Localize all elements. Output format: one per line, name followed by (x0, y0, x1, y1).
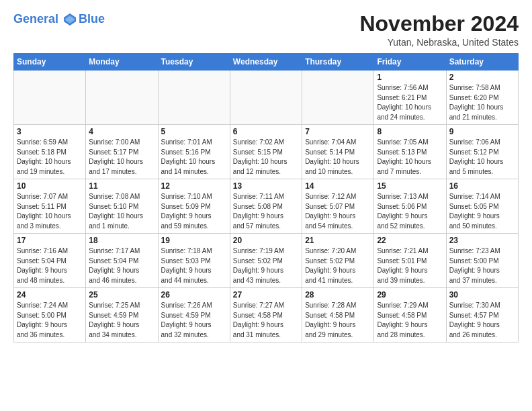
day-info: Sunrise: 7:20 AMSunset: 5:02 PMDaylight:… (305, 246, 371, 285)
day-number: 1 (377, 73, 443, 82)
calendar-cell-w2-d6: 16Sunrise: 7:14 AMSunset: 5:05 PMDayligh… (446, 179, 518, 234)
week-row-4: 24Sunrise: 7:24 AMSunset: 5:00 PMDayligh… (14, 288, 519, 342)
logo-blue: Blue (79, 13, 105, 26)
day-number: 17 (17, 236, 83, 245)
calendar-cell-w4-d2: 26Sunrise: 7:26 AMSunset: 4:59 PMDayligh… (158, 288, 230, 342)
calendar-cell-w3-d2: 19Sunrise: 7:18 AMSunset: 5:03 PMDayligh… (158, 234, 230, 288)
day-number: 26 (161, 290, 227, 300)
day-info: Sunrise: 7:56 AMSunset: 6:21 PMDaylight:… (377, 83, 443, 122)
calendar-cell-w0-d1 (86, 71, 158, 125)
calendar-cell-w1-d5: 8Sunrise: 7:05 AMSunset: 5:13 PMDaylight… (374, 125, 446, 179)
col-wednesday: Wednesday (230, 54, 302, 71)
col-saturday: Saturday (446, 54, 518, 71)
calendar-cell-w2-d1: 11Sunrise: 7:08 AMSunset: 5:10 PMDayligh… (86, 179, 158, 234)
col-sunday: Sunday (14, 54, 86, 71)
calendar-cell-w3-d6: 23Sunrise: 7:23 AMSunset: 5:00 PMDayligh… (446, 234, 518, 288)
logo-text: General (13, 12, 77, 27)
day-number: 27 (233, 290, 299, 300)
day-number: 13 (233, 181, 299, 191)
calendar-cell-w0-d5: 1Sunrise: 7:56 AMSunset: 6:21 PMDaylight… (374, 71, 446, 125)
day-info: Sunrise: 7:21 AMSunset: 5:01 PMDaylight:… (377, 246, 443, 285)
calendar-cell-w4-d6: 30Sunrise: 7:30 AMSunset: 4:57 PMDayligh… (446, 288, 518, 342)
day-info: Sunrise: 7:30 AMSunset: 4:57 PMDaylight:… (449, 301, 515, 340)
day-info: Sunrise: 7:06 AMSunset: 5:12 PMDaylight:… (449, 138, 515, 177)
calendar-cell-w0-d2 (158, 71, 230, 125)
calendar-cell-w1-d3: 6Sunrise: 7:02 AMSunset: 5:15 PMDaylight… (230, 125, 302, 179)
day-number: 25 (89, 290, 154, 300)
calendar-cell-w1-d2: 5Sunrise: 7:01 AMSunset: 5:16 PMDaylight… (158, 125, 230, 179)
day-number: 30 (449, 290, 515, 300)
day-info: Sunrise: 7:05 AMSunset: 5:13 PMDaylight:… (377, 138, 443, 177)
day-info: Sunrise: 7:04 AMSunset: 5:14 PMDaylight:… (305, 138, 371, 177)
day-info: Sunrise: 7:14 AMSunset: 5:05 PMDaylight:… (449, 192, 515, 231)
day-number: 21 (305, 236, 371, 245)
day-number: 19 (161, 236, 227, 245)
day-number: 5 (161, 127, 227, 136)
day-number: 7 (305, 127, 371, 136)
day-info: Sunrise: 7:24 AMSunset: 5:00 PMDaylight:… (17, 301, 83, 340)
col-monday: Monday (86, 54, 158, 71)
day-info: Sunrise: 7:28 AMSunset: 4:58 PMDaylight:… (305, 301, 371, 340)
calendar-cell-w1-d6: 9Sunrise: 7:06 AMSunset: 5:12 PMDaylight… (446, 125, 518, 179)
day-number: 2 (449, 73, 515, 82)
day-number: 9 (449, 127, 515, 136)
col-thursday: Thursday (302, 54, 374, 71)
day-number: 24 (17, 290, 83, 300)
calendar-cell-w4-d1: 25Sunrise: 7:25 AMSunset: 4:59 PMDayligh… (86, 288, 158, 342)
day-info: Sunrise: 6:59 AMSunset: 5:18 PMDaylight:… (17, 138, 83, 177)
day-number: 16 (449, 181, 515, 191)
col-tuesday: Tuesday (158, 54, 230, 71)
title-block: November 2024 Yutan, Nebraska, United St… (359, 12, 519, 48)
day-info: Sunrise: 7:11 AMSunset: 5:08 PMDaylight:… (233, 192, 299, 231)
day-number: 10 (17, 181, 83, 191)
calendar-cell-w3-d5: 22Sunrise: 7:21 AMSunset: 5:01 PMDayligh… (374, 234, 446, 288)
day-number: 15 (377, 181, 443, 191)
calendar-cell-w3-d4: 21Sunrise: 7:20 AMSunset: 5:02 PMDayligh… (302, 234, 374, 288)
page: General Blue November 2024 Yutan, Nebras… (0, 0, 532, 349)
day-info: Sunrise: 7:23 AMSunset: 5:00 PMDaylight:… (449, 246, 515, 285)
calendar-cell-w0-d6: 2Sunrise: 7:58 AMSunset: 6:20 PMDaylight… (446, 71, 518, 125)
logo-general: General (13, 12, 58, 26)
day-number: 6 (233, 127, 299, 136)
day-number: 12 (161, 181, 227, 191)
day-number: 8 (377, 127, 443, 136)
calendar-cell-w1-d1: 4Sunrise: 7:00 AMSunset: 5:17 PMDaylight… (86, 125, 158, 179)
day-info: Sunrise: 7:00 AMSunset: 5:17 PMDaylight:… (89, 138, 154, 177)
day-info: Sunrise: 7:13 AMSunset: 5:06 PMDaylight:… (377, 192, 443, 231)
day-number: 29 (377, 290, 443, 300)
day-number: 3 (17, 127, 83, 136)
calendar-cell-w4-d0: 24Sunrise: 7:24 AMSunset: 5:00 PMDayligh… (14, 288, 86, 342)
day-info: Sunrise: 7:19 AMSunset: 5:02 PMDaylight:… (233, 246, 299, 285)
day-info: Sunrise: 7:58 AMSunset: 6:20 PMDaylight:… (449, 83, 515, 122)
calendar-cell-w3-d3: 20Sunrise: 7:19 AMSunset: 5:02 PMDayligh… (230, 234, 302, 288)
calendar-cell-w0-d4 (302, 71, 374, 125)
calendar-cell-w1-d0: 3Sunrise: 6:59 AMSunset: 5:18 PMDaylight… (14, 125, 86, 179)
calendar-cell-w3-d0: 17Sunrise: 7:16 AMSunset: 5:04 PMDayligh… (14, 234, 86, 288)
day-number: 28 (305, 290, 371, 300)
calendar-cell-w2-d0: 10Sunrise: 7:07 AMSunset: 5:11 PMDayligh… (14, 179, 86, 234)
week-row-1: 3Sunrise: 6:59 AMSunset: 5:18 PMDaylight… (14, 125, 519, 179)
day-info: Sunrise: 7:29 AMSunset: 4:58 PMDaylight:… (377, 301, 443, 340)
day-info: Sunrise: 7:16 AMSunset: 5:04 PMDaylight:… (17, 246, 83, 285)
week-row-2: 10Sunrise: 7:07 AMSunset: 5:11 PMDayligh… (14, 179, 519, 234)
location: Yutan, Nebraska, United States (359, 37, 519, 48)
calendar-cell-w4-d5: 29Sunrise: 7:29 AMSunset: 4:58 PMDayligh… (374, 288, 446, 342)
calendar-cell-w2-d2: 12Sunrise: 7:10 AMSunset: 5:09 PMDayligh… (158, 179, 230, 234)
day-info: Sunrise: 7:17 AMSunset: 5:04 PMDaylight:… (89, 246, 154, 285)
day-info: Sunrise: 7:10 AMSunset: 5:09 PMDaylight:… (161, 192, 227, 231)
calendar-cell-w2-d4: 14Sunrise: 7:12 AMSunset: 5:07 PMDayligh… (302, 179, 374, 234)
day-info: Sunrise: 7:25 AMSunset: 4:59 PMDaylight:… (89, 301, 154, 340)
day-number: 22 (377, 236, 443, 245)
header: General Blue November 2024 Yutan, Nebras… (13, 12, 519, 48)
day-info: Sunrise: 7:08 AMSunset: 5:10 PMDaylight:… (89, 192, 154, 231)
logo-icon (62, 12, 77, 27)
day-info: Sunrise: 7:12 AMSunset: 5:07 PMDaylight:… (305, 192, 371, 231)
day-info: Sunrise: 7:02 AMSunset: 5:15 PMDaylight:… (233, 138, 299, 177)
day-number: 14 (305, 181, 371, 191)
calendar: Sunday Monday Tuesday Wednesday Thursday… (13, 53, 519, 342)
day-number: 23 (449, 236, 515, 245)
day-number: 20 (233, 236, 299, 245)
calendar-header-row: Sunday Monday Tuesday Wednesday Thursday… (14, 54, 519, 71)
day-info: Sunrise: 7:01 AMSunset: 5:16 PMDaylight:… (161, 138, 227, 177)
col-friday: Friday (374, 54, 446, 71)
